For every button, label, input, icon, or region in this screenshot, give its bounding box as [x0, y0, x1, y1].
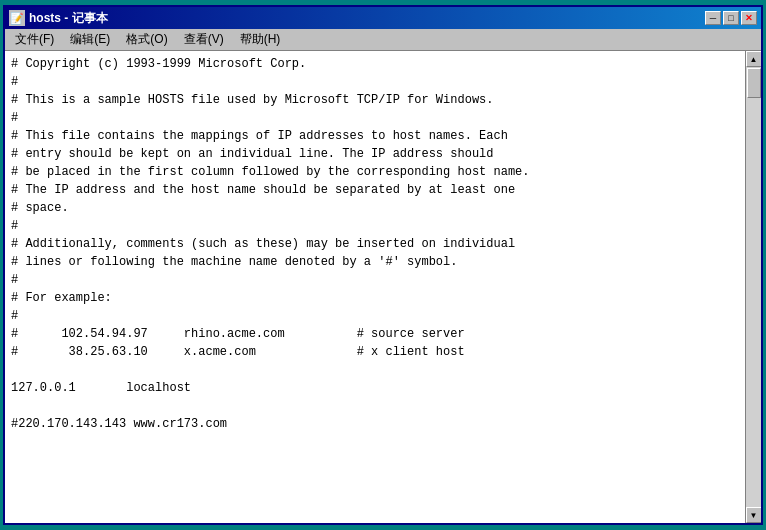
- title-bar: 📝 hosts - 记事本 ─ □ ✕: [5, 7, 761, 29]
- main-window: 📝 hosts - 记事本 ─ □ ✕ 文件(F) 编辑(E) 格式(O) 查看…: [3, 5, 763, 525]
- vertical-scrollbar: ▲ ▼: [745, 51, 761, 523]
- scroll-thumb[interactable]: [747, 68, 761, 98]
- text-editor[interactable]: [5, 51, 745, 523]
- menu-view[interactable]: 查看(V): [176, 29, 232, 50]
- menu-edit[interactable]: 编辑(E): [62, 29, 118, 50]
- window-icon: 📝: [9, 10, 25, 26]
- menu-file[interactable]: 文件(F): [7, 29, 62, 50]
- scroll-track[interactable]: [746, 67, 761, 507]
- close-button[interactable]: ✕: [741, 11, 757, 25]
- menu-bar: 文件(F) 编辑(E) 格式(O) 查看(V) 帮助(H): [5, 29, 761, 51]
- title-buttons: ─ □ ✕: [705, 11, 757, 25]
- content-area: ▲ ▼: [5, 51, 761, 523]
- maximize-button[interactable]: □: [723, 11, 739, 25]
- menu-format[interactable]: 格式(O): [118, 29, 175, 50]
- window-title: hosts - 记事本: [29, 10, 108, 27]
- title-bar-left: 📝 hosts - 记事本: [9, 10, 108, 27]
- menu-help[interactable]: 帮助(H): [232, 29, 289, 50]
- minimize-button[interactable]: ─: [705, 11, 721, 25]
- scroll-up-button[interactable]: ▲: [746, 51, 762, 67]
- scroll-down-button[interactable]: ▼: [746, 507, 762, 523]
